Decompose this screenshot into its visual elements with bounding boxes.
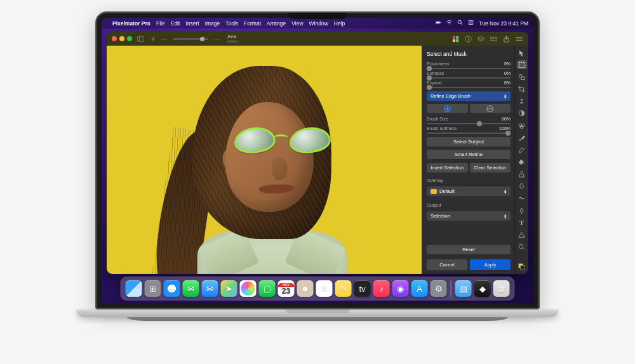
adjust-tool-icon[interactable] [517, 109, 527, 118]
svg-rect-8 [137, 36, 144, 41]
arrow-tool-icon[interactable] [517, 48, 527, 57]
dock-notes-icon[interactable]: ✎ [335, 280, 352, 297]
dock-messages-icon[interactable]: ✉ [183, 280, 199, 297]
dock-finder-icon[interactable] [126, 280, 142, 297]
menu-format[interactable]: Format [244, 20, 261, 27]
shape-tool-icon[interactable] [517, 230, 527, 239]
clone-tool-icon[interactable] [517, 170, 527, 179]
window-minimize-button[interactable] [119, 36, 124, 41]
svg-rect-13 [455, 39, 458, 41]
clear-selection-button[interactable]: Clear Selection [470, 163, 511, 172]
info-icon[interactable]: i [464, 34, 472, 43]
dock-contacts-icon[interactable]: ☻ [297, 280, 314, 297]
editor-canvas[interactable] [107, 46, 422, 274]
add-to-selection-button[interactable] [427, 104, 468, 113]
dock-calendar-icon[interactable]: NOV23 [278, 280, 295, 297]
dock-mail-icon[interactable]: ✉ [202, 280, 218, 297]
window-close-button[interactable] [112, 36, 117, 41]
layers-icon[interactable] [476, 34, 485, 43]
dock-downloads-icon[interactable]: ▧ [455, 280, 472, 297]
foreground-color-swatch[interactable] [517, 263, 527, 271]
menu-edit[interactable]: Edit [171, 20, 180, 27]
svg-rect-6 [469, 21, 474, 22]
expand-slider[interactable] [427, 87, 511, 88]
crop-tool-icon[interactable] [517, 84, 527, 93]
menu-insert[interactable]: Insert [185, 20, 199, 27]
chevron-updown-icon: ▴▾ [504, 214, 507, 219]
eraser-tool-icon[interactable] [517, 145, 527, 154]
menu-window[interactable]: Window [309, 20, 328, 27]
chevron-updown-icon: ▴▾ [504, 189, 507, 194]
display-notch [288, 13, 347, 19]
arrange-tool-icon[interactable] [517, 72, 527, 81]
brush-softness-slider[interactable] [427, 133, 511, 134]
chevron-updown-icon: ▴▾ [504, 94, 507, 99]
invert-selection-button[interactable]: Invert Selection [427, 163, 468, 172]
dock-tv-icon[interactable]: tv [354, 280, 371, 297]
zoom-tool-icon[interactable] [517, 243, 527, 252]
output-select[interactable]: Selection ▴▾ [427, 211, 511, 221]
battery-icon[interactable] [436, 20, 441, 27]
select-subject-button[interactable]: Select Subject [427, 137, 511, 146]
brush-size-slider[interactable] [427, 123, 511, 124]
dock-launchpad-icon[interactable]: ⊞ [145, 280, 161, 297]
warp-tool-icon[interactable] [517, 194, 527, 203]
apply-button[interactable]: Apply [470, 259, 511, 270]
dock-systempreferences-icon[interactable]: ⚙ [431, 280, 447, 297]
sidebar-toggle-icon[interactable] [136, 34, 145, 43]
effects-tool-icon[interactable] [517, 121, 527, 130]
dock-photos-icon[interactable] [240, 280, 257, 297]
spotlight-icon[interactable] [457, 20, 463, 27]
menu-file[interactable]: File [156, 20, 165, 27]
marquee-tool-icon[interactable] [517, 60, 527, 69]
type-tool-icon[interactable]: T [517, 218, 527, 227]
add-layer-icon[interactable]: ＋ [149, 34, 157, 43]
output-section-label: Output [427, 202, 511, 208]
softness-slider[interactable] [427, 77, 511, 79]
overlay-select[interactable]: Default ▴▾ [427, 186, 511, 196]
reset-button[interactable]: Reset [427, 245, 511, 254]
smudge-tool-icon[interactable] [517, 182, 527, 191]
cancel-button[interactable]: Cancel [427, 259, 467, 270]
brush-tool-icon[interactable] [517, 133, 527, 142]
menu-help[interactable]: Help [334, 20, 345, 27]
fill-tool-icon[interactable] [517, 157, 527, 166]
zoom-slider[interactable] [173, 38, 208, 40]
select-and-mask-panel: Select and Mask Roundness0% Softness0% E… [422, 46, 514, 274]
dock-appstore-icon[interactable]: A [411, 280, 428, 297]
dock-maps-icon[interactable]: ➤ [221, 280, 237, 297]
menu-arrange[interactable]: Arrange [267, 20, 286, 27]
dock-music-icon[interactable]: ♪ [373, 280, 390, 297]
menubar-clock[interactable]: Tue Nov 23 9:41 PM [479, 20, 528, 27]
menu-view[interactable]: View [291, 20, 303, 27]
window-zoom-button[interactable] [127, 36, 132, 41]
dock-pixelmator-icon[interactable]: ◆ [474, 280, 491, 297]
smart-refine-button[interactable]: Smart Refine [427, 150, 511, 159]
menu-tools[interactable]: Tools [225, 20, 238, 27]
brush-mode-select[interactable]: Refine Edge Brush ▴▾ [427, 91, 511, 101]
roundness-label: Roundness [427, 62, 494, 66]
dock-reminders-icon[interactable]: ☰ [316, 280, 333, 297]
svg-rect-7 [469, 23, 474, 24]
tool-palette: T [514, 46, 528, 274]
wifi-icon[interactable] [446, 20, 452, 27]
dock-trash-icon[interactable]: 🗑 [493, 280, 510, 297]
export-icon[interactable] [502, 34, 511, 43]
dock-safari-icon[interactable]: ✦ [164, 280, 180, 297]
macos-dock: ⊞ ✦ ✉ ✉ ➤ ▢ NOV23 ☻ ☰ ✎ tv ♪ ◉ A ⚙ ▧ ◆ 🗑 [121, 276, 515, 301]
dock-facetime-icon[interactable]: ▢ [259, 280, 276, 297]
subtract-from-selection-button[interactable] [470, 104, 511, 113]
menu-image[interactable]: Image [205, 20, 220, 27]
svg-point-3 [449, 23, 450, 24]
dock-podcasts-icon[interactable]: ◉ [392, 280, 409, 297]
roundness-value: 0% [497, 62, 511, 66]
color-picker-icon[interactable] [451, 34, 460, 43]
menubar-appname[interactable]: Pixelmator Pro [112, 20, 150, 27]
control-center-icon[interactable] [468, 20, 474, 27]
shortcuts-tool-icon[interactable] [517, 97, 527, 106]
ruler-icon[interactable] [489, 34, 498, 43]
brush-softness-value: 100% [497, 126, 511, 131]
pen-tool-icon[interactable] [517, 206, 527, 215]
roundness-slider[interactable] [427, 68, 511, 69]
view-options-icon[interactable] [514, 34, 523, 43]
